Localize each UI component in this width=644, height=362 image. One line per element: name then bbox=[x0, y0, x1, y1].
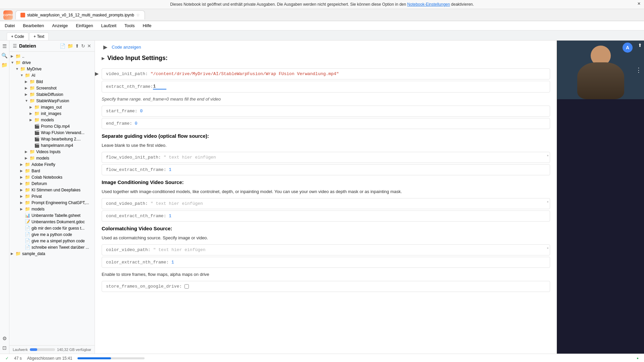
tree-item-gsheet[interactable]: ▶ 📊 Unbenannte Tabelle.gsheet bbox=[9, 212, 95, 219]
file-icon: 📄 bbox=[25, 226, 30, 231]
menu-datei[interactable]: Datei bbox=[3, 22, 16, 29]
tree-label: MyDrive bbox=[27, 67, 93, 71]
tree-item-images-out[interactable]: ▶ 📁 images_out bbox=[9, 104, 95, 110]
video-expand-btn[interactable]: ⬆ bbox=[638, 43, 642, 48]
tree-arrow: ▶ bbox=[20, 169, 25, 173]
tree-item-drive[interactable]: ▼ 📁 drive bbox=[9, 59, 95, 66]
code-tab[interactable]: + Code bbox=[7, 33, 29, 40]
tree-item-models[interactable]: ▶ 📁 models bbox=[9, 117, 95, 123]
run-btn-video-init[interactable]: ▶ bbox=[95, 70, 100, 77]
tree-item-privat[interactable]: ▶ 📁 Privat bbox=[9, 193, 95, 199]
storage-progress-fill bbox=[30, 348, 38, 351]
run-cell-btn[interactable]: ▶ bbox=[102, 43, 109, 51]
tree-arrow: ▶ bbox=[25, 93, 30, 96]
menu-laufzeit[interactable]: Laufzeit bbox=[100, 22, 118, 29]
tree-item-ki-stimmen[interactable]: ▶ 📁 KI Stimmen und Deepfakes bbox=[9, 187, 95, 193]
tree-item-dotdot[interactable]: ▶ 📁 .. bbox=[9, 53, 95, 59]
tree-arrow: ▼ bbox=[15, 67, 20, 71]
tree-item-code1[interactable]: ▶ 📄 gib mir den code für guess t... bbox=[9, 225, 95, 231]
tree-arrow: ▶ bbox=[25, 150, 30, 154]
code-val-end-frame: 0 bbox=[135, 121, 138, 126]
tree-label: Bard bbox=[32, 169, 93, 173]
menu-hilfe[interactable]: Hilfe bbox=[141, 22, 153, 29]
sidebar-refresh-btn[interactable]: ↻ bbox=[81, 43, 85, 49]
sidebar-footer: Laufwerk 140,32 GB verfügbar bbox=[9, 345, 95, 354]
icon-bar-menu[interactable]: ☰ bbox=[2, 43, 7, 49]
tree-item-models2[interactable]: ▶ 📁 models bbox=[9, 155, 95, 161]
folder-icon: 📁 bbox=[34, 117, 40, 122]
left-icon-bar: ☰ 🔍 📁 ⚙ ⊡ bbox=[0, 41, 9, 354]
folder-icon: 📁 bbox=[25, 206, 30, 212]
code-anzeigen-link[interactable]: Code anzeigen bbox=[112, 45, 141, 50]
cell-flow-video-init: flow_video_init_path: " text hier einfüg… bbox=[102, 152, 550, 163]
video-more-options-btn[interactable]: ⋮ bbox=[636, 66, 642, 74]
tree-arrow: ▶ bbox=[25, 80, 30, 83]
tree-arrow: ▶ bbox=[25, 86, 30, 90]
tree-item-gdoc[interactable]: ▶ 📝 Unbenanntes Dokument.gdoc bbox=[9, 219, 95, 225]
tree-item-ai[interactable]: ▼ 📁 AI bbox=[9, 72, 95, 78]
color-match-title: Colormatching Video Source: bbox=[95, 223, 557, 233]
notification-close-btn[interactable]: ✕ bbox=[637, 1, 641, 6]
tree-item-wrap[interactable]: ▶ 🎬 Wrap FUsion Verwand... bbox=[9, 129, 95, 136]
tree-item-models3[interactable]: ▶ 📁 models bbox=[9, 206, 95, 212]
folder-icon: 📁 bbox=[15, 60, 21, 65]
tree-item-mydrive[interactable]: ▼ 📁 MyDrive bbox=[9, 66, 95, 72]
icon-bar-terminal[interactable]: ⊡ bbox=[2, 345, 7, 351]
tree-label: Deforum bbox=[32, 181, 93, 186]
tree-item-deforum[interactable]: ▶ 📁 Deforum bbox=[9, 180, 95, 187]
folder-icon: 📁 bbox=[25, 175, 30, 180]
code-val-start-frame: 0 bbox=[140, 109, 143, 114]
sidebar-new-file-btn[interactable]: 📄 bbox=[60, 43, 65, 49]
section-header[interactable]: ▶ Video Input Settings: bbox=[95, 53, 557, 64]
browser-tab[interactable]: stable_warpfusion_v0_16_12_multi_masked_… bbox=[15, 10, 145, 19]
menu-tools[interactable]: Tools bbox=[123, 22, 136, 29]
code-key-flow-video: flow_video_init_path: bbox=[106, 155, 161, 160]
tree-item-adobe-firefly[interactable]: ▶ 📁 Adobe Firefly bbox=[9, 161, 95, 168]
notebook-settings-link[interactable]: Notebook-Einstellungen bbox=[407, 2, 450, 7]
code-anzeigen-row: ▶ Code anzeigen bbox=[95, 41, 557, 53]
sidebar-collapse-btn[interactable]: ☰ bbox=[13, 43, 17, 49]
tree-item-promo[interactable]: ▶ 🎬 Promo Clip.mp4 bbox=[9, 123, 95, 129]
code-cell-video-init: video_init_path: "/content/drive/MyDrive… bbox=[102, 68, 550, 79]
menu-anzeige[interactable]: Anzeige bbox=[51, 22, 69, 29]
menu-bar: Datei Bearbeiten Anzeige Einfügen Laufze… bbox=[0, 21, 644, 31]
code-tab-label: + Code bbox=[11, 34, 24, 39]
storage-size-label: 140,32 GB verfügbar bbox=[57, 348, 91, 352]
tree-item-bild[interactable]: ▶ 📁 Bild bbox=[9, 78, 95, 85]
tree-item-colab[interactable]: ▶ 📁 Colab Notebooks bbox=[9, 174, 95, 180]
icon-bar-search[interactable]: 🔍 bbox=[1, 53, 8, 59]
tree-item-stablewarpfusion[interactable]: ▼ 📁 StableWarpFusion bbox=[9, 98, 95, 104]
tree-item-sample-data[interactable]: ▶ 📁 sample_data bbox=[9, 250, 95, 257]
cond-video-placeholder: " text hier einfügen bbox=[151, 201, 203, 206]
tree-item-simpel-code[interactable]: ▶ 📄 give me a simpel python code bbox=[9, 238, 95, 244]
tree-arrow: ▶ bbox=[30, 112, 34, 115]
tree-item-python-code[interactable]: ▶ 📄 give me a python code bbox=[9, 231, 95, 238]
store-frames-checkbox[interactable] bbox=[184, 284, 189, 289]
icon-bar-settings[interactable]: ⚙ bbox=[2, 336, 7, 342]
text-tab[interactable]: + Text bbox=[29, 33, 49, 40]
tree-item-wrap2[interactable]: ▶ 🎬 Wrap bearbeitung 2.... bbox=[9, 136, 95, 142]
tree-arrow: ▼ bbox=[20, 73, 25, 77]
tree-item-stablediffusion[interactable]: ▶ 📁 StableDiffusion bbox=[9, 91, 95, 98]
tree-item-init-images[interactable]: ▶ 📁 init_images bbox=[9, 110, 95, 117]
tab-star-icon[interactable]: ☆ bbox=[136, 13, 140, 17]
notification-text: Dieses Notebook ist geöffnet und enthält… bbox=[170, 2, 407, 7]
frame-range-text: Specify frame range. end_frame=0 means f… bbox=[102, 97, 221, 102]
tree-item-bard[interactable]: ▶ 📁 Bard bbox=[9, 168, 95, 174]
folder-icon: 📁 bbox=[25, 181, 30, 186]
tree-item-videos-inputs[interactable]: ▶ 📁 Videos Inputs bbox=[9, 148, 95, 155]
icon-bar-files[interactable]: 📁 bbox=[1, 62, 8, 68]
menu-bearbeiten[interactable]: Bearbeiten bbox=[21, 22, 45, 29]
tree-item-prompt-engineering[interactable]: ▶ 📁 Prompt Engineering ChatGPT,... bbox=[9, 199, 95, 206]
code-key-cond-extract: cond_extract_nth_frame: bbox=[106, 214, 169, 219]
extract-nth-frame-input[interactable] bbox=[153, 84, 166, 89]
tree-item-screenshot[interactable]: ▶ 📁 Screenshot bbox=[9, 85, 95, 91]
sidebar-close-btn[interactable]: ✕ bbox=[87, 43, 91, 49]
menu-einfuegen[interactable]: Einfügen bbox=[74, 22, 94, 29]
sidebar-upload-btn[interactable]: ⬆ bbox=[75, 43, 79, 49]
tree-item-hampelmann[interactable]: ▶ 🎬 hampelmann.mp4 bbox=[9, 142, 95, 148]
tree-item-tweet[interactable]: ▶ 📄 schreibe einen Tweet darüber ... bbox=[9, 244, 95, 250]
folder-icon: 📁 bbox=[15, 54, 21, 59]
gsheet-icon: 📊 bbox=[25, 213, 30, 218]
sidebar-new-folder-btn[interactable]: 📁 bbox=[67, 43, 73, 49]
